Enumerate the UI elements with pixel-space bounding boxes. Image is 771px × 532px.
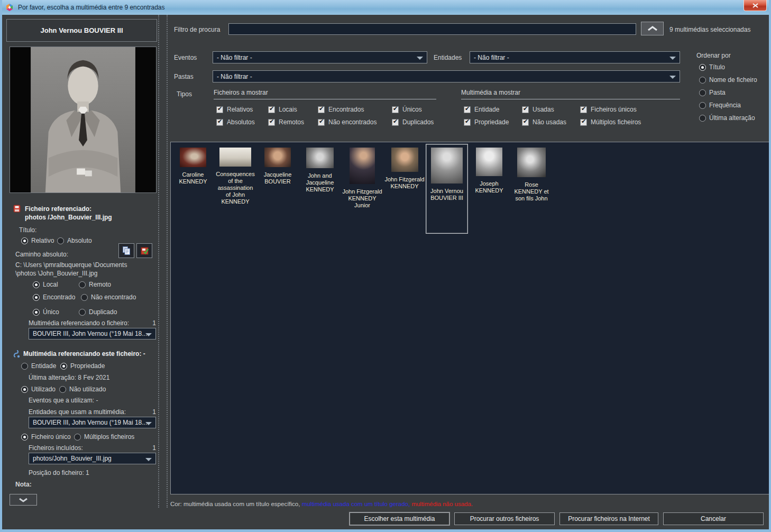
radio-absoluto[interactable]: Absoluto: [57, 237, 92, 244]
main-panel: Filtro de procura 9 multimédias seleccio…: [169, 15, 769, 508]
close-button[interactable]: [744, 0, 767, 11]
radio-local[interactable]: Local: [33, 281, 58, 288]
thumbnail-image: [391, 148, 418, 172]
filter-collapse-button[interactable]: [641, 22, 664, 35]
radio-utilizado[interactable]: Utilizado: [21, 386, 56, 393]
radio-multiplos-ficheiros[interactable]: Múltiplos ficheiros: [74, 433, 134, 441]
chevron-down-icon: [145, 422, 152, 425]
filter-label: Filtro de procura: [174, 26, 220, 33]
gallery-item-caroline-kennedy[interactable]: Caroline KENNEDY: [172, 144, 214, 186]
checkbox-duplicados[interactable]: Duplicados: [392, 118, 434, 126]
thumbnail-image: [264, 148, 291, 167]
checkbox-unicos[interactable]: Únicos: [392, 106, 422, 113]
radio-sort-titulo[interactable]: Título: [699, 63, 725, 71]
radio-icon: [57, 237, 64, 244]
eventos-combobox[interactable]: - Não filtrar -: [213, 51, 427, 63]
entities-combobox[interactable]: BOUVIER III, John Vernou (°19 Mai 18...: [29, 417, 156, 428]
radio-icon: [699, 64, 706, 71]
entidades-combobox[interactable]: - Não filtrar -: [470, 51, 680, 63]
radio-remoto[interactable]: Remoto: [79, 281, 111, 288]
gallery-item-joseph-kennedy[interactable]: Joseph KENNEDY: [468, 144, 510, 195]
checkbox-relativos[interactable]: Relativos: [216, 106, 253, 113]
checkbox-usadas[interactable]: Usadas: [522, 106, 554, 113]
chevron-down-icon: [145, 458, 152, 461]
radio-entidade[interactable]: Entidade: [21, 362, 56, 370]
checkbox-icon: [464, 119, 471, 126]
checkbox-remotos[interactable]: Remotos: [268, 118, 304, 126]
pastas-combobox[interactable]: - Não filtrar -: [213, 70, 680, 82]
chevron-down-icon: [19, 498, 28, 502]
checkbox-icon: [392, 119, 399, 126]
checkbox-entidade[interactable]: Entidade: [464, 106, 499, 113]
gallery-item-consequences-assassination[interactable]: Consequences of the assassination of Joh…: [214, 144, 256, 206]
entities-count-row: Entidades que usam a multimédia: 1: [29, 408, 156, 416]
chevron-down-icon: [669, 76, 676, 79]
filter-input[interactable]: [228, 23, 636, 35]
nota-label: Nota:: [15, 481, 32, 488]
radio-icon: [21, 386, 28, 393]
update-path-button[interactable]: [136, 243, 152, 258]
radio-sort-ultima-alteracao[interactable]: Última alteração: [699, 114, 755, 122]
thumbnail-image: [180, 148, 206, 167]
radio-unico[interactable]: Único: [33, 308, 59, 316]
checkbox-encontrados[interactable]: Encontrados: [318, 106, 364, 113]
gallery-item-jfk[interactable]: John Fitzgerald KENNEDY: [383, 144, 426, 190]
note-expand-button[interactable]: [10, 494, 37, 506]
checkbox-locais[interactable]: Locais: [268, 106, 297, 113]
legend-generated-title: multimédia usada com um título gerado,: [302, 501, 410, 507]
radio-encontrado[interactable]: Encontrado: [33, 293, 75, 301]
checkbox-nao-usadas[interactable]: Não usadas: [522, 118, 566, 126]
gallery-item-jacqueline-bouvier[interactable]: Jacqueline BOUVIER: [256, 144, 299, 186]
cancel-button[interactable]: Cancelar: [663, 512, 764, 525]
file-ref-label: Ficheiro referenciado:: [25, 205, 91, 213]
checkbox-icon: [522, 119, 529, 126]
copy-path-button[interactable]: [118, 243, 134, 258]
splitter[interactable]: [158, 15, 168, 508]
checkbox-icon: [318, 119, 325, 126]
search-internet-button[interactable]: Procurar ficheiros na Internet: [559, 512, 658, 525]
radio-relativo[interactable]: Relativo: [21, 237, 54, 244]
radio-icon: [33, 281, 40, 288]
radio-propriedade[interactable]: Propriedade: [60, 362, 105, 370]
titlebar: Por favor, escolha a multimédia entre 9 …: [0, 0, 771, 15]
caminho-label: Caminho absoluto:: [15, 251, 68, 258]
abs-path-line1: C: \Users \pmralbuquerque \Documents: [15, 261, 127, 269]
choose-media-button[interactable]: Escolher esta multimédia: [350, 512, 449, 525]
radio-sort-frequencia[interactable]: Frequência: [699, 102, 741, 109]
entities-count-value: 1: [152, 408, 156, 416]
radio-sort-pasta[interactable]: Pasta: [699, 89, 726, 96]
media-gallery: Caroline KENNEDY Consequences of the ass…: [170, 142, 769, 494]
radio-nao-utilizado[interactable]: Não utilizado: [59, 386, 106, 393]
checkbox-multiplos-ficheiros[interactable]: Múltiplos ficheiros: [580, 118, 641, 126]
legend-not-used: multimédia não usada.: [411, 501, 473, 507]
checkbox-absolutos[interactable]: Absolutos: [216, 118, 255, 126]
media-ref-count-value: 1: [152, 319, 156, 327]
gallery-item-jfk-junior[interactable]: John Fitzgerald KENNEDY Junior: [341, 144, 383, 209]
file-ref-section: Ficheiro referenciado: photos /John_Bouv…: [13, 205, 112, 222]
media-ref-combobox[interactable]: BOUVIER III, John Vernou (°19 Mai 18...: [29, 328, 156, 340]
gallery-item-john-and-jacqueline[interactable]: John and Jacqueline KENNEDY: [299, 144, 341, 194]
file-icon: [13, 205, 21, 222]
checkbox-propriedade[interactable]: Propriedade: [464, 118, 509, 126]
entidades-label: Entidades: [434, 54, 462, 61]
dialog-window: Por favor, escolha a multimédia entre 9 …: [0, 0, 771, 532]
files-included-row: Ficheiros incluídos: 1: [29, 444, 156, 452]
radio-duplicado[interactable]: Duplicado: [79, 308, 117, 316]
radio-sort-nome-ficheiro[interactable]: Nome de ficheiro: [699, 76, 757, 84]
thumbnail-image: [306, 148, 334, 168]
search-other-files-button[interactable]: Procurar outros ficheiros: [454, 512, 555, 525]
legend-prefix: Cor: multimédia usada com um título espe…: [170, 501, 300, 507]
portrait-image: [31, 47, 135, 192]
files-included-combobox[interactable]: photos/John_Bouvier_III.jpg: [29, 453, 156, 464]
gallery-item-john-vernou-bouvier[interactable]: John Vernou BOUVIER III: [426, 144, 468, 234]
radio-icon: [699, 77, 706, 84]
checkbox-nao-encontrados[interactable]: Não encontrados: [318, 118, 377, 126]
radio-nao-encontrado[interactable]: Não encontrado: [81, 293, 136, 301]
radio-icon: [699, 89, 706, 96]
gallery-item-rose-kennedy[interactable]: Rose KENNEDY et son fils John: [510, 144, 553, 203]
radio-icon: [21, 434, 28, 441]
checkbox-ficheiros-unicos[interactable]: Ficheiros únicos: [580, 106, 637, 113]
pastas-label: Pastas: [174, 73, 194, 80]
radio-ficheiro-unico[interactable]: Ficheiro único: [21, 433, 71, 441]
radio-icon: [79, 309, 86, 316]
